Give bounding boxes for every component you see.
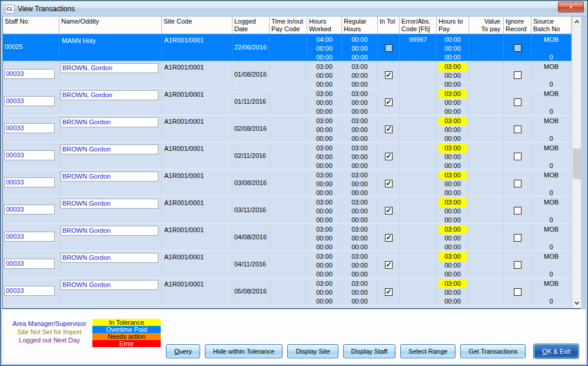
batch-no-value: 0 xyxy=(531,243,571,250)
display-site-button[interactable]: Display Site xyxy=(287,344,338,358)
scroll-up-button[interactable] xyxy=(572,17,582,27)
batch-no-value: 0 xyxy=(531,80,571,88)
table-row[interactable]: 00033BROWN GordonA1R001/000105/08/201603… xyxy=(3,278,572,305)
ignore-record-checkbox[interactable] xyxy=(514,261,521,269)
value-to-pay-cell xyxy=(469,278,504,305)
in-tol-checkbox[interactable] xyxy=(385,71,393,79)
source-value: MOB xyxy=(531,144,571,153)
name-field[interactable]: BROWN, Gordon xyxy=(61,63,158,73)
ignore-record-checkbox[interactable] xyxy=(514,126,521,133)
legend-needs-action: Needs action xyxy=(92,333,161,340)
ignore-record-cell xyxy=(504,278,531,305)
table-row[interactable]: 00033BROWN GordonA1R001/000103/08/201603… xyxy=(3,170,572,197)
ignore-record-checkbox[interactable] xyxy=(514,71,521,79)
staff-no-field[interactable]: 00033 xyxy=(4,69,55,79)
scrollbar-thumb[interactable] xyxy=(573,149,581,179)
ignore-record-checkbox[interactable] xyxy=(514,207,521,215)
ignore-record-checkbox[interactable] xyxy=(514,153,521,160)
in-tol-checkbox[interactable] xyxy=(385,153,393,160)
value-to-pay-cell xyxy=(469,116,504,142)
ignore-record-checkbox[interactable] xyxy=(514,234,521,242)
select-range-button[interactable]: Select Range xyxy=(400,344,456,358)
in-tol-checkbox[interactable] xyxy=(385,98,393,106)
ignore-record-checkbox[interactable] xyxy=(514,98,521,106)
query-button[interactable]: Query xyxy=(166,344,200,358)
table-row[interactable]: 00033BROWN, GordonA1R001/000101/08/20160… xyxy=(3,61,572,88)
table-row[interactable]: 00033BROWN GordonA1R001/000104/08/201603… xyxy=(3,224,572,251)
in-tol-checkbox[interactable] xyxy=(385,234,393,242)
scroll-down-button[interactable] xyxy=(572,298,582,308)
in-tol-checkbox[interactable] xyxy=(385,288,393,296)
staff-no-cell: 00033 xyxy=(3,251,59,278)
ignore-record-checkbox[interactable] xyxy=(514,44,521,52)
table-row[interactable]: 00033BROWN GordonA1R001/000102/11/201603… xyxy=(3,143,572,170)
ignore-record-checkbox[interactable] xyxy=(514,288,521,296)
name-field[interactable]: BROWN Gordon xyxy=(61,144,158,154)
staff-no-field[interactable]: 00033 xyxy=(4,177,55,187)
source-value: MOB xyxy=(531,62,571,71)
batch-no-value: 0 xyxy=(531,53,571,61)
regular-hours-cell: 03:0000:0000:00 xyxy=(342,88,378,115)
table-row[interactable]: 00033BROWN GordonA1R001/000104/11/201603… xyxy=(3,251,572,278)
site-code-value: A1R001/0001 xyxy=(164,37,204,44)
name-field[interactable]: BROWN Gordon xyxy=(61,226,158,236)
hours-worked-value: 03:00 xyxy=(307,117,341,126)
table-row[interactable]: 00033BROWN GordonA1R001/000102/08/201603… xyxy=(3,116,572,143)
in-tol-checkbox[interactable] xyxy=(385,180,393,187)
staff-no-field[interactable]: 00033 xyxy=(4,232,55,242)
batch-no-value: 0 xyxy=(531,297,571,305)
in-tol-checkbox[interactable] xyxy=(385,126,393,133)
name-field[interactable]: BROWN Gordon xyxy=(61,253,158,263)
pay-code-cell xyxy=(270,34,307,61)
value-to-pay-cell xyxy=(469,197,504,223)
in-tol-checkbox[interactable] xyxy=(385,44,393,52)
name-field[interactable]: BROWN Gordon xyxy=(61,280,158,290)
regular-hours-value: 03:00 xyxy=(342,225,377,234)
staff-no-cell: 00033 xyxy=(3,88,59,115)
display-staff-button[interactable]: Display Staff xyxy=(343,344,396,358)
hours-worked-value: 00:00 xyxy=(307,288,341,297)
vertical-scrollbar[interactable] xyxy=(572,17,581,308)
hours-worked-value: 03:00 xyxy=(307,252,341,261)
regular-hours-value: 03:00 xyxy=(342,117,377,126)
hours-worked-value: 04:00 xyxy=(307,35,341,44)
legend-note-site-not-set: Site Not Set for Import xyxy=(7,328,92,336)
staff-no-field[interactable]: 00033 xyxy=(4,259,55,269)
hours-worked-value: 03:00 xyxy=(307,144,341,153)
ignore-record-cell xyxy=(504,88,531,115)
batch-no-value: 0 xyxy=(531,270,571,278)
name-cell: BROWN Gordon xyxy=(59,197,162,223)
staff-no-field[interactable]: 00033 xyxy=(4,205,55,215)
in-tol-checkbox[interactable] xyxy=(385,207,393,215)
logged-date-cell: 04/08/2016 xyxy=(232,224,270,250)
staff-no-field[interactable]: 00033 xyxy=(4,96,55,106)
staff-no-field[interactable]: 00033 xyxy=(4,123,55,133)
column-header: Hours to Pay xyxy=(437,17,469,34)
name-field[interactable]: BROWN Gordon xyxy=(61,172,158,182)
get-transactions-button[interactable]: Get Transactions xyxy=(460,344,526,358)
name-field[interactable]: BROWN Gordon xyxy=(61,117,158,127)
pay-code-cell xyxy=(270,143,307,169)
hours-to-pay-value: 03:00 xyxy=(438,62,467,71)
name-field[interactable]: BROWN, Gordon xyxy=(61,90,158,100)
in-tol-checkbox[interactable] xyxy=(385,261,393,269)
ignore-record-checkbox[interactable] xyxy=(514,180,521,187)
hide-within-tolerance-button[interactable]: Hide within Tolerance xyxy=(205,344,283,358)
table-row[interactable]: 00033BROWN GordonA1R001/000103/11/201603… xyxy=(3,197,572,224)
close-button[interactable]: × xyxy=(558,2,584,12)
table-row[interactable]: 00025MANN HolyA1R001/000122/06/201604:00… xyxy=(3,34,572,61)
name-field[interactable]: BROWN Gordon xyxy=(61,199,158,209)
hours-worked-value: 03:00 xyxy=(307,198,341,207)
staff-no-field[interactable]: 00033 xyxy=(4,150,55,160)
hours-worked-value: 00:00 xyxy=(307,98,341,107)
regular-hours-value: 00:00 xyxy=(342,98,377,107)
value-to-pay-cell xyxy=(469,61,504,88)
name-cell: MANN Holy xyxy=(59,34,162,61)
regular-hours-value: 00:00 xyxy=(342,270,377,278)
ok-exit-button[interactable]: OK & Exit xyxy=(534,344,579,358)
table-row[interactable]: 00033BROWN, GordonA1R001/000101/11/20160… xyxy=(3,88,572,116)
site-code-cell: A1R001/0001 xyxy=(162,224,232,250)
hours-to-pay-cell: 03:0000:0000:00 xyxy=(437,143,469,169)
staff-no-field[interactable]: 00033 xyxy=(4,286,55,296)
value-to-pay-cell xyxy=(469,251,504,278)
